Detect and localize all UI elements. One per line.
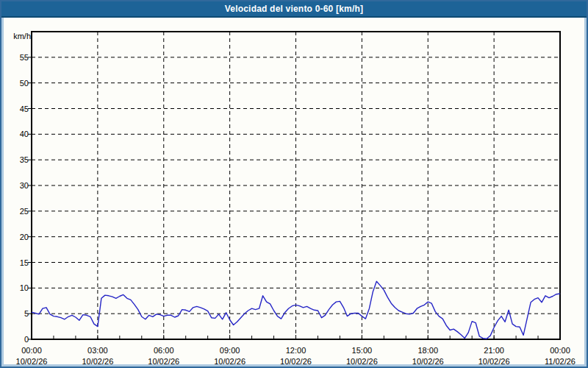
x-tick-time-label: 09:00 — [220, 346, 240, 355]
y-tick-label: 10 — [20, 283, 29, 292]
x-tick-labels: 00:0010/02/2603:0010/02/2606:0010/02/260… — [16, 346, 576, 366]
x-tick-time-label: 03:00 — [87, 346, 108, 355]
y-tick-label: 20 — [20, 233, 29, 241]
y-tick-label: 30 — [20, 181, 29, 190]
x-tick-time-label: 18:00 — [417, 346, 438, 355]
x-tick-time-label: 15:00 — [352, 346, 373, 355]
y-tick-label: 50 — [20, 79, 29, 88]
x-tick-time-label: 00:00 — [550, 346, 570, 355]
x-tick-date-label: 10/02/26 — [82, 357, 113, 366]
x-tick-date-label: 11/02/26 — [545, 357, 576, 366]
wind-speed-chart: 0510152025303540455055km/h00:0010/02/260… — [1, 1, 588, 368]
x-tick-date-label: 10/02/26 — [280, 357, 312, 366]
y-tick-label: 5 — [24, 309, 29, 318]
x-tick-time-label: 06:00 — [154, 346, 174, 355]
x-tick-time-label: 12:00 — [286, 346, 306, 355]
y-grid — [28, 57, 560, 339]
x-tick-date-label: 10/02/26 — [148, 357, 179, 366]
x-tick-date-label: 10/02/26 — [478, 357, 510, 366]
y-tick-labels: 0510152025303540455055 — [20, 53, 29, 344]
y-tick-label: 40 — [20, 130, 29, 138]
y-tick-label: 15 — [20, 258, 29, 267]
y-tick-label: 35 — [20, 155, 29, 164]
x-tick-date-label: 10/02/26 — [214, 357, 245, 366]
y-tick-label: 0 — [24, 335, 29, 344]
x-tick-date-label: 10/02/26 — [16, 357, 48, 366]
y-tick-label: 55 — [20, 53, 29, 62]
x-tick-date-label: 10/02/26 — [412, 357, 444, 366]
y-tick-label: 25 — [20, 207, 29, 216]
x-grid — [32, 32, 560, 339]
x-tick-time-label: 21:00 — [484, 346, 504, 355]
chart-window: Velocidad del viento 0-60 [km/h] 0510152… — [0, 0, 588, 368]
x-tick-time-label: 00:00 — [21, 346, 42, 355]
y-axis-unit-label: km/h — [13, 32, 31, 40]
y-tick-label: 45 — [20, 105, 29, 113]
x-tick-date-label: 10/02/26 — [346, 357, 378, 366]
